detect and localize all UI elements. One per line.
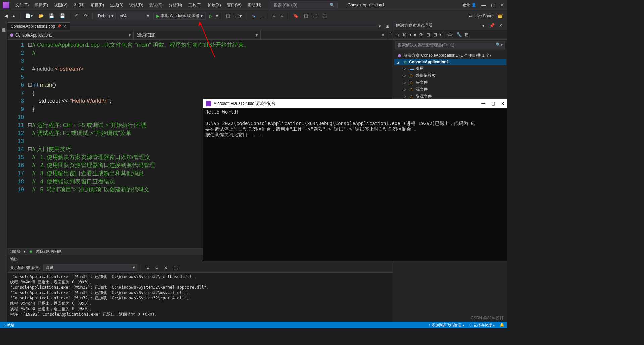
tab-dropdown-icon[interactable]: ▾ [377, 23, 383, 30]
live-share-button[interactable]: Live Share [475, 14, 494, 18]
menu-item[interactable]: 项目(P) [88, 1, 107, 9]
wrench-icon[interactable]: 🔧 [455, 31, 463, 38]
nav-add-icon[interactable]: + [387, 31, 393, 39]
platform-combo[interactable]: x64▾ [118, 13, 151, 19]
pin-icon[interactable]: 📌 [57, 24, 61, 28]
solution-icon: ⬢ [397, 53, 402, 58]
status-ready: 就绪 [7, 323, 14, 328]
output-clear-icon[interactable]: ✕ [162, 264, 169, 271]
search-input[interactable]: 搜索 (Ctrl+Q) 🔍 [271, 1, 338, 9]
tb-icon-3[interactable]: _ [259, 12, 265, 19]
undo-button[interactable]: ↶ [73, 12, 80, 19]
console-body[interactable]: Hello World! D:\VS_2022\code\ConsoleAppl… [203, 108, 507, 261]
menu-item[interactable]: 调试(D) [127, 1, 146, 9]
menubar: 文件(F)编辑(E)视图(V)Git(G)项目(P)生成(B)调试(D)测试(S… [0, 0, 507, 10]
menu-item[interactable]: 分析(N) [166, 1, 185, 9]
back-button[interactable]: ◀ [3, 12, 9, 19]
tb-icon-5[interactable]: ⬚ [312, 12, 319, 19]
open-button[interactable]: 📂 [37, 12, 45, 19]
console-minimize-icon[interactable]: — [481, 101, 485, 106]
vs-logo-icon [3, 2, 9, 8]
config-combo[interactable]: Debug▾ [96, 13, 116, 19]
login-button[interactable]: 登录 👤 [462, 2, 476, 8]
sln-icon-4[interactable]: ⊡ [432, 31, 438, 38]
editor-tabs: ConsoleApplication1.cpp 📌 ✕ ▾ ⊞ [7, 21, 393, 31]
menu-item[interactable]: 扩展(X) [205, 1, 224, 9]
sln-icon-6[interactable]: ⊞ [464, 31, 470, 38]
rail-server-explorer[interactable]: 服务器资源管理器 [1, 24, 7, 322]
menu-item[interactable]: 文件(F) [13, 1, 31, 9]
panel-pin-icon[interactable]: 📌 [488, 22, 496, 29]
close-icon[interactable]: ✕ [500, 2, 504, 8]
sln-icon-3[interactable]: ⊡ [425, 31, 431, 38]
admin-icon[interactable]: 👑 [496, 12, 504, 19]
start-without-debug-button[interactable]: ▷ [208, 13, 214, 19]
console-title-text: Microsoft Visual Studio 调试控制台 [213, 101, 275, 107]
output-icon-3[interactable]: ⬚ [172, 264, 179, 271]
redo-button[interactable]: ↷ [82, 12, 89, 19]
indent-more-button[interactable]: ≡ [279, 12, 285, 19]
solution-toolbar: ⌂ 🗎 ▾ ≡ ⟳ ⊡ ⊡ ▾ <> 🔧 ⊞ [393, 30, 507, 40]
tb-icon-4[interactable]: ⬚ [302, 12, 310, 19]
sln-icon-1[interactable]: 🗎 [401, 31, 408, 38]
solution-search-input[interactable]: 搜索解决方案资源管理器(Ctrl+;)🔍▾ [395, 41, 505, 49]
tab-window-icon[interactable]: ⊞ [384, 23, 391, 30]
tb-icon-2[interactable]: ⬚▾ [234, 12, 244, 19]
menu-item[interactable]: 编辑(E) [32, 1, 51, 9]
menu-item[interactable]: Git(G) [71, 1, 87, 9]
menu-item[interactable]: 帮助(H) [245, 1, 264, 9]
save-all-button[interactable]: 💾 [58, 12, 67, 19]
save-button[interactable]: 💾 [47, 12, 56, 19]
maximize-icon[interactable]: ▢ [491, 2, 495, 8]
output-icon-2[interactable]: ≡ [154, 264, 160, 271]
home-icon[interactable]: ⌂ [395, 31, 400, 38]
tree-item[interactable]: ▷🗀源文件 [394, 86, 506, 93]
status-scm[interactable]: ↑ 添加到源代码管理 ▴ [429, 323, 464, 328]
tb-step-icon[interactable]: ↘ [250, 12, 257, 19]
tb-icon-6[interactable]: ⬚ [321, 12, 328, 19]
start-debug-button[interactable]: ▶ 本地 Windows 调试器 ▾ [153, 12, 206, 20]
rail-toolbox[interactable]: 工具箱 [0, 24, 1, 322]
status-bell-icon[interactable]: 🔔 [500, 323, 504, 328]
tree-project[interactable]: ◢ ⧉ ConsoleApplication1 [394, 59, 506, 65]
bookmark-icon[interactable]: 🔖 [291, 12, 300, 19]
output-icon-1[interactable]: ≡ [145, 264, 151, 271]
new-project-button[interactable]: 📄▾ [23, 12, 35, 19]
menu-item[interactable]: 测试(S) [147, 1, 165, 9]
console-maximize-icon[interactable]: ▢ [491, 101, 495, 106]
output-text[interactable]: ConsoleApplication1.exe (Win32): 已加载 C:\… [7, 273, 393, 322]
console-titlebar[interactable]: Microsoft Visual Studio 调试控制台 — ▢ ✕ [203, 99, 507, 108]
console-close-icon[interactable]: ✕ [501, 101, 504, 106]
tree-solution-root[interactable]: ⬢ 解决方案"ConsoleApplication1"(1 个项目/共 1 个) [394, 52, 506, 59]
zoom-level[interactable]: 100 % [10, 250, 20, 254]
minimize-icon[interactable]: — [481, 2, 486, 8]
menu-item[interactable]: 生成(B) [107, 1, 126, 9]
panel-close-icon[interactable]: ✕ [497, 22, 504, 29]
debug-target-label: 本地 Windows 调试器 [161, 13, 199, 19]
tb-icon-1[interactable]: ⬚ [224, 12, 232, 19]
sync-icon[interactable]: ⟳ [418, 31, 424, 38]
output-panel: 输出 显示输出来源(S): 调试▾ ≡ ≡ ✕ ⬚ ConsoleApplica… [7, 255, 393, 322]
sln-icon-2[interactable]: ≡ [413, 31, 417, 38]
tree-item[interactable]: ▷🗀头文件 [394, 79, 506, 86]
tab-active-file[interactable]: ConsoleApplication1.cpp 📌 ✕ [7, 22, 70, 30]
status-repo[interactable]: ◇ 选择存储库 ▴ [469, 323, 495, 328]
nav-bar: ⬢ ConsoleApplication1▾ (全局范围)▾ ▾ + [7, 31, 393, 40]
nav-scope-member[interactable]: ▾ [261, 31, 387, 39]
forward-button[interactable]: ▸ [11, 12, 17, 19]
panel-dropdown-icon[interactable]: ▾ [481, 22, 486, 29]
sln-icon-5[interactable]: <> [446, 31, 453, 38]
menu-item[interactable]: 视图(V) [51, 1, 70, 9]
project-icon: ⬢ [10, 33, 13, 38]
tree-item[interactable]: ▷▬引用 [394, 65, 506, 72]
indent-less-button[interactable]: ≡ [271, 12, 277, 19]
nav-scope-project[interactable]: ⬢ ConsoleApplication1▾ [7, 31, 134, 39]
statusbar: ▭ 就绪 ↑ 添加到源代码管理 ▴ ◇ 选择存储库 ▴ 🔔 [0, 322, 507, 328]
debug-console-window[interactable]: Microsoft Visual Studio 调试控制台 — ▢ ✕ Hell… [203, 99, 507, 261]
menu-item[interactable]: 窗口(W) [224, 1, 244, 9]
menu-item[interactable]: 工具(T) [185, 1, 204, 9]
tree-item[interactable]: ▷🗀外部依赖项 [394, 72, 506, 79]
output-source-combo[interactable]: 调试▾ [43, 264, 137, 271]
nav-scope-global[interactable]: (全局范围)▾ [134, 31, 260, 39]
tab-close-icon[interactable]: ✕ [63, 24, 66, 29]
